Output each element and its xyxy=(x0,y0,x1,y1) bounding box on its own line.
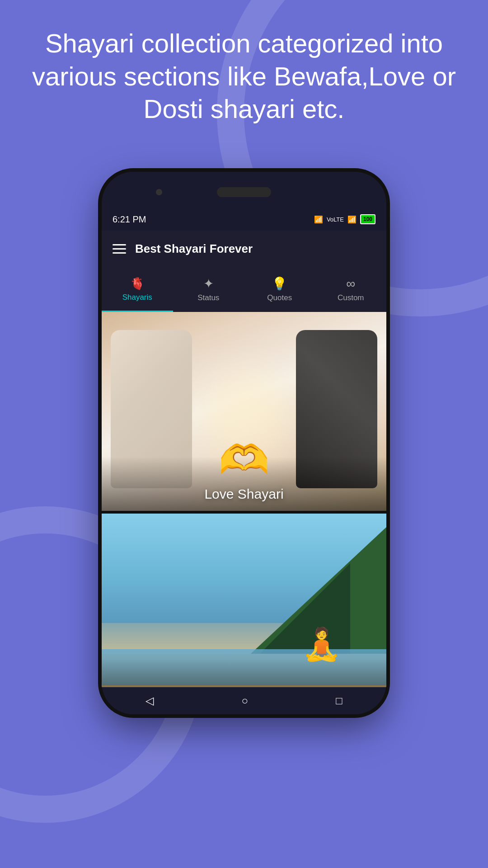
custom-icon: ∞ xyxy=(346,277,355,291)
recents-button[interactable]: □ xyxy=(336,694,343,707)
status-bar: 6:21 PM 📶 VoLTE 📶 100 xyxy=(102,208,386,231)
quotes-icon: 💡 xyxy=(272,276,287,291)
wifi-icon: 📶 xyxy=(347,215,357,224)
dard-card-overlay: Dard Bhari Shayari xyxy=(102,658,386,687)
status-icons: 📶 VoLTE 📶 100 xyxy=(314,214,375,224)
signal-icon: 📶 xyxy=(314,215,323,224)
phone-camera xyxy=(156,189,162,195)
heart-hands-icon: 🫶 xyxy=(219,436,269,484)
tab-shayaris[interactable]: 🫀 Shayaris xyxy=(102,267,173,312)
tab-quotes-label: Quotes xyxy=(267,293,292,302)
love-shayari-card[interactable]: 🫶 Love Shayari xyxy=(102,312,386,511)
hamburger-button[interactable] xyxy=(113,244,126,254)
dard-shayari-card[interactable]: 🧘 Dard Bhari Shayari xyxy=(102,514,386,687)
hamburger-line-3 xyxy=(113,252,126,254)
home-button[interactable]: ○ xyxy=(241,694,248,707)
tab-status-label: Status xyxy=(197,293,219,302)
phone-frame: 6:21 PM 📶 VoLTE 📶 100 Best Shayari Forev… xyxy=(102,172,386,714)
tab-bar: 🫀 Shayaris ✦ Status 💡 Quotes ∞ Custom xyxy=(102,267,386,312)
phone-nav-bar: ◁ ○ □ xyxy=(102,687,386,714)
app-bar: Best Shayari Forever xyxy=(102,231,386,267)
shayaris-icon: 🫀 xyxy=(130,277,145,291)
app-title: Best Shayari Forever xyxy=(135,242,253,256)
header-text: Shayari collection categorized into vari… xyxy=(0,27,488,126)
tab-custom-label: Custom xyxy=(338,293,364,302)
status-time: 6:21 PM xyxy=(113,214,146,225)
phone-speaker xyxy=(217,187,271,197)
tab-quotes[interactable]: 💡 Quotes xyxy=(244,267,315,312)
content-area: 🫶 Love Shayari 🧘 xyxy=(102,312,386,687)
hamburger-line-1 xyxy=(113,244,126,245)
tab-custom[interactable]: ∞ Custom xyxy=(315,267,387,312)
tab-shayaris-label: Shayaris xyxy=(122,293,152,302)
hamburger-line-2 xyxy=(113,248,126,250)
love-card-title: Love Shayari xyxy=(204,486,283,502)
tab-status[interactable]: ✦ Status xyxy=(173,267,244,312)
battery-icon: 100 xyxy=(360,214,375,224)
volte-icon: VoLTE xyxy=(327,216,344,223)
back-button[interactable]: ◁ xyxy=(145,694,154,707)
status-icon: ✦ xyxy=(203,276,214,291)
girl-sitting-icon: 🧘 xyxy=(302,626,341,663)
phone-top-bar xyxy=(102,172,386,212)
